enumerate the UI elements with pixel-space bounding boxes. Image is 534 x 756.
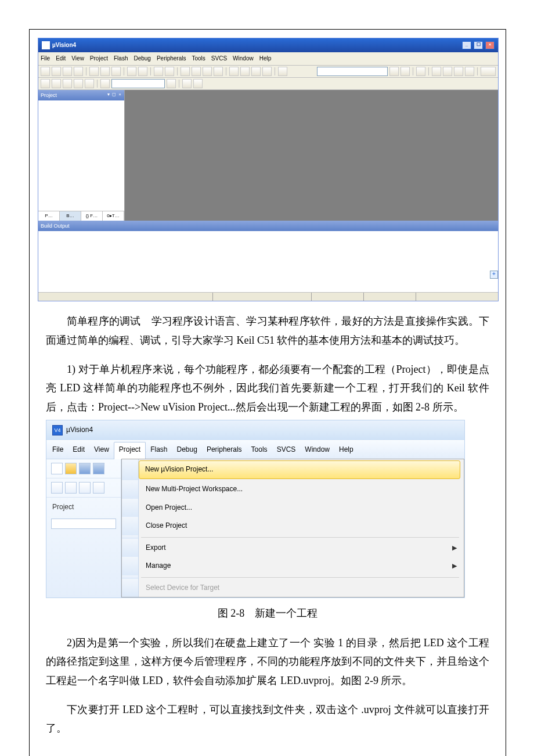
menu-tools[interactable]: Tools — [192, 53, 205, 64]
menu-file[interactable]: File — [41, 53, 50, 64]
tb-rebuild-icon[interactable] — [52, 79, 61, 88]
paragraph-note: 下次要打开 LED 这个工程时，可以直接找到文件夹，双击这个 .uvproj 文… — [30, 690, 506, 756]
s2-tb-build-icon[interactable] — [51, 482, 63, 494]
tb-bookmark-icon[interactable] — [181, 67, 190, 76]
tb-bp3-icon[interactable] — [454, 67, 463, 76]
app-icon — [42, 41, 50, 49]
pane-tab-templates[interactable]: 0▸T… — [103, 211, 124, 221]
menu-view[interactable]: View — [71, 53, 84, 64]
project-pane-title: Project — [41, 91, 57, 100]
s2-tb-new-icon[interactable] — [51, 463, 63, 474]
tb-cut-icon[interactable] — [89, 67, 99, 76]
s2-tb-save-icon[interactable] — [79, 463, 91, 474]
pane-tab-project[interactable]: P… — [38, 211, 60, 221]
tb-fwd-icon[interactable] — [165, 67, 174, 76]
tb-saveall-icon[interactable] — [74, 67, 83, 76]
pane-tab-functions[interactable]: {} F… — [81, 211, 103, 221]
menu-item-open-project[interactable]: Open Project... — [122, 499, 464, 517]
s2-tb-batch-icon[interactable] — [79, 482, 91, 494]
menu2-project[interactable]: Project — [114, 442, 146, 460]
menubar-2: File Edit View Project Flash Debug Perip… — [46, 440, 464, 460]
tb-bp4-icon[interactable] — [465, 67, 474, 76]
tb-buildall-icon[interactable] — [63, 79, 72, 88]
menu2-debug[interactable]: Debug — [177, 444, 197, 456]
menu2-window[interactable]: Window — [305, 444, 330, 456]
tb-bookmark4-icon[interactable] — [214, 67, 223, 76]
tb-save-icon[interactable] — [63, 67, 72, 76]
tb-target-icon[interactable] — [100, 79, 110, 88]
document-page: µVision4 _ ☐ × File Edit View Project Fl… — [29, 29, 506, 756]
editor-area-empty — [125, 90, 498, 221]
tb-bookmark3-icon[interactable] — [203, 67, 212, 76]
menubar: File Edit View Project Flash Debug Perip… — [38, 52, 498, 66]
window-titlebar: µVision4 _ ☐ × — [38, 38, 498, 52]
tb-manage2-icon[interactable] — [193, 79, 203, 88]
menu-peripherals[interactable]: Peripherals — [157, 53, 186, 64]
tb-debug-icon[interactable] — [416, 67, 425, 76]
menu2-edit[interactable]: Edit — [73, 444, 85, 456]
maximize-button[interactable]: ☐ — [474, 41, 483, 49]
menu2-tools[interactable]: Tools — [251, 444, 268, 456]
s2-tb-saveall-icon[interactable] — [93, 463, 104, 474]
tb-opts-icon[interactable] — [167, 79, 176, 88]
tb-download-icon[interactable] — [85, 79, 94, 88]
tb-bookmark2-icon[interactable] — [192, 67, 201, 76]
menu2-flash[interactable]: Flash — [150, 444, 167, 456]
menu-item-manage[interactable]: Manage ▶ — [122, 557, 464, 575]
paragraph-step1: 1) 对于单片机程序来说，每个功能程序，都必须要有一个配套的工程（Project… — [30, 350, 506, 416]
menu-window[interactable]: Window — [233, 53, 254, 64]
tb-indent-icon[interactable] — [229, 67, 239, 76]
menu-item-new-multi[interactable]: New Multi-Project Workspace... — [122, 480, 464, 499]
tb-new-icon[interactable] — [41, 67, 50, 76]
tb-build-icon[interactable] — [41, 79, 50, 88]
tb-findfiles-icon[interactable] — [389, 67, 399, 76]
menu-item-export[interactable]: Export ▶ — [122, 539, 464, 557]
project-dropdown-menu: New µVision Project... New Multi-Project… — [121, 459, 464, 597]
tb-win-icon[interactable] — [481, 67, 496, 76]
tb-bp-icon[interactable] — [432, 67, 441, 76]
window-title: µVision4 — [52, 40, 76, 51]
menu2-svcs[interactable]: SVCS — [277, 444, 296, 456]
tb-back-icon[interactable] — [154, 67, 163, 76]
figure-caption: 图 2-8 新建一个工程 — [30, 598, 506, 622]
expand-icon[interactable]: + — [490, 271, 498, 279]
tb-comment-icon[interactable] — [251, 67, 261, 76]
menu2-file[interactable]: File — [52, 444, 63, 456]
submenu-arrow-icon: ▶ — [452, 542, 464, 554]
s2-tb-stop-icon[interactable] — [93, 482, 104, 494]
menu-project[interactable]: Project — [90, 53, 108, 64]
project-pane-controls[interactable]: ▾ ◻ × — [107, 91, 122, 100]
tb-find-icon[interactable] — [278, 67, 287, 76]
screenshot-uvision-menu: V4 µVision4 File Edit View Project Flash… — [30, 416, 506, 598]
pane-tab-books[interactable]: B… — [60, 211, 81, 221]
tb-undo-icon[interactable] — [127, 67, 136, 76]
tb-uncomment-icon[interactable] — [262, 67, 272, 76]
close-button[interactable]: × — [485, 41, 495, 49]
s2-tb-rebuild-icon[interactable] — [65, 482, 77, 494]
menu-edit[interactable]: Edit — [56, 53, 66, 64]
menu-help[interactable]: Help — [259, 53, 272, 64]
tb-outdent-icon[interactable] — [240, 67, 250, 76]
menu-item-close-project[interactable]: Close Project — [122, 517, 464, 535]
tb-find-combo[interactable] — [317, 67, 388, 76]
menu2-view[interactable]: View — [94, 444, 109, 456]
tb-target-combo[interactable] — [111, 79, 165, 88]
window-titlebar-2: V4 µVision4 — [46, 420, 464, 440]
s2-tb-open-icon[interactable] — [65, 463, 77, 474]
menu-svcs[interactable]: SVCS — [211, 53, 227, 64]
menu-item-new-project[interactable]: New µVision Project... — [122, 459, 464, 480]
tb-paste-icon[interactable] — [111, 67, 121, 76]
tb-stop-icon[interactable] — [74, 79, 83, 88]
tb-bp2-icon[interactable] — [443, 67, 452, 76]
tb-copy-icon[interactable] — [100, 67, 110, 76]
side-project-label: Project — [46, 498, 121, 517]
menu2-help[interactable]: Help — [339, 444, 353, 456]
menu2-peripherals[interactable]: Peripherals — [207, 444, 242, 456]
tb-redo-icon[interactable] — [138, 67, 147, 76]
tb-inc-icon[interactable] — [400, 67, 410, 76]
minimize-button[interactable]: _ — [462, 41, 471, 49]
menu-flash[interactable]: Flash — [114, 53, 128, 64]
tb-manage-icon[interactable] — [182, 79, 192, 88]
tb-open-icon[interactable] — [52, 67, 61, 76]
menu-debug[interactable]: Debug — [134, 53, 150, 64]
